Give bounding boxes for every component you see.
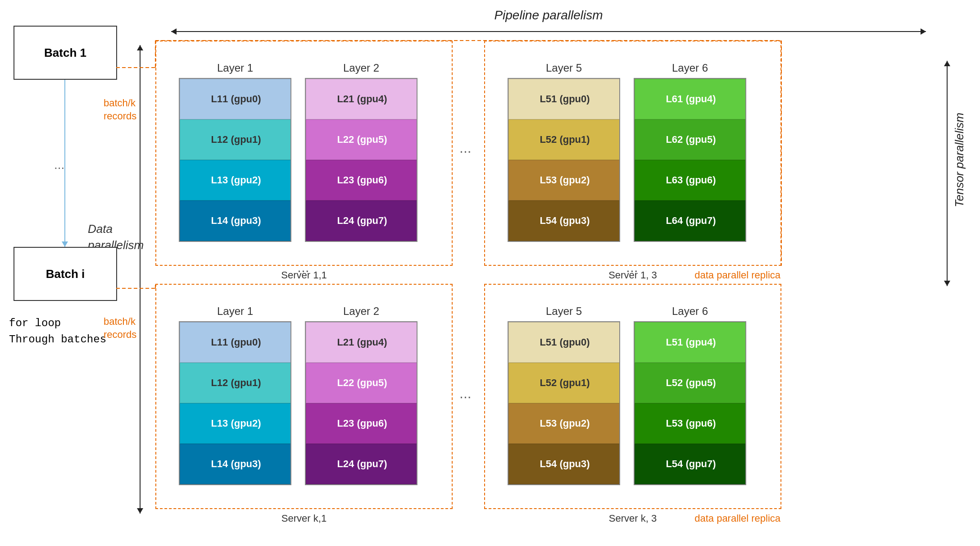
l21-gpu4: L21 (gpu4)	[306, 79, 417, 119]
l61-gpu4: L61 (gpu4)	[635, 79, 746, 119]
l14-gpu3: L14 (gpu3)	[180, 200, 291, 241]
layer2-col: Layer 2 L21 (gpu4) L22 (gpu5) L23 (gpu6)…	[305, 62, 417, 242]
bl24-gpu7: L24 (gpu7)	[306, 444, 417, 484]
mid-dots-left-mid: ...	[297, 259, 309, 276]
bl13-gpu2: L13 (gpu2)	[180, 403, 291, 444]
l24-gpu7: L24 (gpu7)	[306, 200, 417, 241]
br63-gpu6: L53 (gpu6)	[635, 403, 746, 444]
l23-gpu6: L23 (gpu6)	[306, 160, 417, 200]
batch-k-label-bottom: batch/k records	[104, 315, 136, 341]
br54-gpu3: L54 (gpu3)	[508, 444, 620, 484]
layer2-gpu-stack: L21 (gpu4) L22 (gpu5) L23 (gpu6) L24 (gp…	[305, 78, 417, 242]
tensor-parallelism-arrow	[947, 61, 948, 286]
l63-gpu6: L63 (gpu6)	[635, 160, 746, 200]
layer1-col-bot: Layer 1 L11 (gpu0) L12 (gpu1) L13 (gpu2)…	[179, 305, 291, 485]
l64-gpu7: L64 (gpu7)	[635, 200, 746, 241]
pipeline-arrow	[171, 26, 926, 37]
layer1-header: Layer 1	[179, 62, 291, 74]
bl12-gpu1: L12 (gpu1)	[180, 363, 291, 403]
l54-gpu3: L54 (gpu3)	[508, 200, 620, 241]
pipeline-arrow-line	[171, 31, 926, 32]
server-group-top-left: Layer 1 L11 (gpu0) L12 (gpu1) L13 (gpu2)…	[155, 41, 453, 266]
batch-dots: ...	[54, 158, 64, 172]
server-label-bot-right: Server k, 3	[609, 513, 657, 524]
batch1-box: Batch 1	[14, 26, 117, 80]
batchi-box: Batch i	[14, 247, 117, 301]
l52-gpu1: L52 (gpu1)	[508, 119, 620, 160]
layer2-header-bot: Layer 2	[305, 305, 417, 318]
layer1-gpu-stack-bot: L11 (gpu0) L12 (gpu1) L13 (gpu2) L14 (gp…	[179, 321, 291, 485]
for-loop-text: for loop Through batches	[9, 315, 106, 348]
br64-gpu7: L54 (gpu7)	[635, 444, 746, 484]
mid-dots-top: ...	[459, 140, 472, 156]
bl22-gpu5: L22 (gpu5)	[306, 363, 417, 403]
dpr-label-top: data parallel replica	[694, 269, 780, 281]
layer5-gpu-stack: L51 (gpu0) L52 (gpu1) L53 (gpu2) L54 (gp…	[508, 78, 620, 242]
layer5-col-bot: Layer 5 L51 (gpu0) L52 (gpu1) L53 (gpu2)…	[508, 305, 620, 485]
mid-dots-bot: ...	[459, 385, 472, 402]
layer6-col-bot: Layer 6 L51 (gpu4) L52 (gpu5) L53 (gpu6)…	[634, 305, 746, 485]
layer2-gpu-stack-bot: L21 (gpu4) L22 (gpu5) L23 (gpu6) L24 (gp…	[305, 321, 417, 485]
br62-gpu5: L52 (gpu5)	[635, 363, 746, 403]
br53-gpu2: L53 (gpu2)	[508, 403, 620, 444]
layer1-col: Layer 1 L11 (gpu0) L12 (gpu1) L13 (gpu2)…	[179, 62, 291, 242]
dpr-label-bot: data parallel replica	[694, 513, 780, 524]
batch-k-label-top: batch/k records	[104, 97, 136, 123]
layer5-col: Layer 5 L51 (gpu0) L52 (gpu1) L53 (gpu2)…	[508, 62, 620, 242]
data-parallelism-arrow	[140, 45, 141, 514]
bl23-gpu6: L23 (gpu6)	[306, 403, 417, 444]
layer1-gpu-stack: L11 (gpu0) L12 (gpu1) L13 (gpu2) L14 (gp…	[179, 78, 291, 242]
layer2-col-bot: Layer 2 L21 (gpu4) L22 (gpu5) L23 (gpu6)…	[305, 305, 417, 485]
layer1-header-bot: Layer 1	[179, 305, 291, 318]
bl14-gpu3: L14 (gpu3)	[180, 444, 291, 484]
mid-dots-right-mid: ...	[626, 259, 638, 276]
bl11-gpu0: L11 (gpu0)	[180, 322, 291, 363]
l12-gpu1: L12 (gpu1)	[180, 119, 291, 160]
tensor-parallelism-label: Tensor parallelism	[953, 113, 966, 207]
layer6-gpu-stack-bot: L51 (gpu4) L52 (gpu5) L53 (gpu6) L54 (gp…	[634, 321, 746, 485]
server-group-bot-right: Layer 5 L51 (gpu0) L52 (gpu1) L53 (gpu2)…	[484, 284, 781, 509]
l11-gpu0: L11 (gpu0)	[180, 79, 291, 119]
br51-gpu0: L51 (gpu0)	[508, 322, 620, 363]
layer5-gpu-stack-bot: L51 (gpu0) L52 (gpu1) L53 (gpu2) L54 (gp…	[508, 321, 620, 485]
layer2-header: Layer 2	[305, 62, 417, 74]
l51-gpu0: L51 (gpu0)	[508, 79, 620, 119]
layer5-header: Layer 5	[508, 62, 620, 74]
layer6-gpu-stack: L61 (gpu4) L62 (gpu5) L63 (gpu6) L64 (gp…	[634, 78, 746, 242]
l53-gpu2: L53 (gpu2)	[508, 160, 620, 200]
server-group-bot-left: Layer 1 L11 (gpu0) L12 (gpu1) L13 (gpu2)…	[155, 284, 453, 509]
layer6-header: Layer 6	[634, 62, 746, 74]
l13-gpu2: L13 (gpu2)	[180, 160, 291, 200]
diagram-container: Pipeline parallelism Tensor parallelism …	[0, 0, 980, 546]
layer6-header-bot: Layer 6	[634, 305, 746, 318]
layer6-col: Layer 6 L61 (gpu4) L62 (gpu5) L63 (gpu6)…	[634, 62, 746, 242]
layer5-header-bot: Layer 5	[508, 305, 620, 318]
l22-gpu5: L22 (gpu5)	[306, 119, 417, 160]
br52-gpu1: L52 (gpu1)	[508, 363, 620, 403]
pipeline-label: Pipeline parallelism	[171, 8, 926, 23]
server-group-top-right: Layer 5 L51 (gpu0) L52 (gpu1) L53 (gpu2)…	[484, 41, 781, 266]
br61-gpu4: L51 (gpu4)	[635, 322, 746, 363]
bl21-gpu4: L21 (gpu4)	[306, 322, 417, 363]
server-label-bot-left: Server k,1	[281, 513, 327, 524]
l62-gpu5: L62 (gpu5)	[635, 119, 746, 160]
